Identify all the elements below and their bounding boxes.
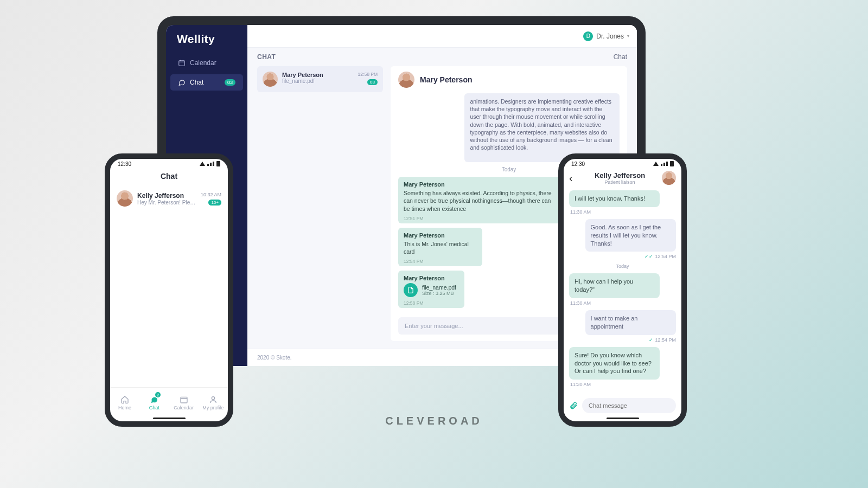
message-text: animations. Designers are implementing c… [470,98,614,151]
conversation-preview: file_name.pdf [282,78,354,84]
chat-list[interactable]: Kelly Jefferson Hey Mr. Peterson! Please… [110,186,228,387]
message-in: Sure! Do you know which doctor you would… [569,347,660,380]
message-out: animations. Designers are implementing c… [464,93,620,162]
attach-button[interactable] [569,401,578,410]
chevron-down-icon: ▾ [627,34,629,38]
date-separator: Today [569,264,676,269]
message-time: ✓✓ 12:54 PM [570,254,676,259]
nav-label: Calendar [174,405,194,410]
home-icon [120,395,129,404]
unread-badge: 10+ [208,200,221,206]
nav-label: Home [118,405,131,410]
sidebar-item-calendar[interactable]: Calendar [170,55,243,71]
nav-label: My profile [202,405,224,410]
conversation-list: Mary Peterson file_name.pdf 12:58 PM 03 [257,66,383,341]
chat-icon [178,79,186,86]
sidebar-item-chat[interactable]: Chat 03 [170,74,243,91]
conversation-name: Mary Peterson [282,72,354,78]
brand-logo: Wellity [166,25,247,53]
avatar[interactable] [662,171,676,185]
signal-icon [661,162,668,166]
thread-messages[interactable]: I will let you know. Thanks! 11:30 AM Go… [564,188,681,394]
file-size: Size : 3.25 MB [422,291,456,296]
message-out: Good. As soon as I get the results I wil… [585,219,676,252]
chat-list-item[interactable]: Kelly Jefferson Hey Mr. Peterson! Please… [117,186,221,211]
chat-preview: Hey Mr. Peterson! Please take a lo... [137,200,196,206]
chat-header: Mary Peterson [391,66,627,93]
nav-profile[interactable]: My profile [199,388,228,418]
profile-icon [209,395,218,404]
svg-rect-0 [179,61,185,66]
nav-label: Chat [149,405,159,410]
battery-icon [670,161,674,166]
thread-header: ‹ Kelly Jefferson Patient liaison [564,169,681,188]
avatar [398,72,414,88]
read-receipt-icon: ✓✓ [644,254,653,259]
unread-badge: 03 [367,79,378,85]
back-button[interactable]: ‹ [569,172,578,184]
user-name: Dr. Jones [596,33,624,40]
screen-title: Chat [110,169,228,186]
nav-chat[interactable]: 2 Chat [139,388,169,418]
message-time: 12:51 PM [404,216,557,221]
phone-chat-thread: 12:30 ‹ Kelly Jefferson Patient liaison … [558,153,687,427]
conversation-time: 12:58 PM [358,72,378,77]
svg-rect-1 [181,397,187,403]
message-text: Something has always existed. According … [404,189,557,213]
peer-name: Kelly Jefferson [582,171,658,179]
file-name: file_name.pdf [422,284,456,291]
message-sender: Mary Peterson [404,275,459,281]
nav-home[interactable]: Home [110,388,139,418]
svg-point-2 [212,396,214,399]
section-header: CHAT Chat [247,48,637,66]
section-title: CHAT [257,53,276,61]
home-indicator [153,418,186,419]
user-menu[interactable]: D Dr. Jones ▾ [583,31,629,41]
footer-copyright: 2020 © Skote. [257,355,292,361]
wifi-icon [653,162,659,166]
message-composer [564,394,681,418]
file-meta: file_name.pdf Size : 3.25 MB [422,284,456,296]
message-text: This is Mr. Jones' medical card [404,240,477,255]
message-in: I will let you know. Thanks! [569,190,660,207]
file-icon [404,283,418,297]
message-time: ✓ 12:54 PM [570,337,676,343]
nav-badge: 2 [155,392,161,397]
wifi-icon [200,162,205,166]
message-in-file[interactable]: Mary Peterson file_name.pdf Size : 3.25 … [398,271,464,308]
status-time: 12:30 [118,161,131,167]
message-sender: Mary Peterson [404,232,477,239]
breadcrumb: Chat [614,53,627,61]
home-indicator [607,418,639,419]
phone-chat-list: 12:30 Chat Kelly Jefferson Hey Mr. Peter… [105,153,233,427]
message-in: Hi, how can I help you today?" [569,273,660,298]
file-attachment[interactable]: file_name.pdf Size : 3.25 MB [404,283,459,297]
status-time: 12:30 [571,161,585,167]
bottom-nav: Home 2 Chat Calendar My profile [110,387,228,418]
avatar [263,72,278,87]
signal-icon [207,162,214,166]
message-out: I want to make an appointment [585,310,676,335]
message-time: 11:30 AM [570,300,676,306]
calendar-icon [180,395,188,404]
chat-peer-name: Mary Peterson [420,75,472,84]
message-in: Mary Peterson This is Mr. Jones' medical… [398,228,482,266]
user-avatar-initial: D [583,31,593,41]
topbar: D Dr. Jones ▾ [247,25,637,48]
calendar-icon [178,59,186,67]
watermark: CLEVEROAD [385,415,483,427]
sidebar-badge: 03 [225,79,235,86]
conversation-mid: Mary Peterson file_name.pdf [282,72,354,87]
chat-name: Kelly Jefferson [137,192,196,200]
message-time: 12:58 PM [404,300,459,306]
avatar [117,190,133,207]
read-receipt-icon: ✓ [649,337,653,343]
conversation-card[interactable]: Mary Peterson file_name.pdf 12:58 PM 03 [257,66,383,92]
battery-icon [216,161,220,166]
status-bar: 12:30 [564,159,681,169]
nav-calendar[interactable]: Calendar [169,388,199,418]
sidebar-item-label: Calendar [190,59,216,67]
message-in: Mary Peterson Something has always exist… [398,177,562,223]
chat-time: 10:32 AM [201,192,221,197]
message-input[interactable] [582,398,676,413]
